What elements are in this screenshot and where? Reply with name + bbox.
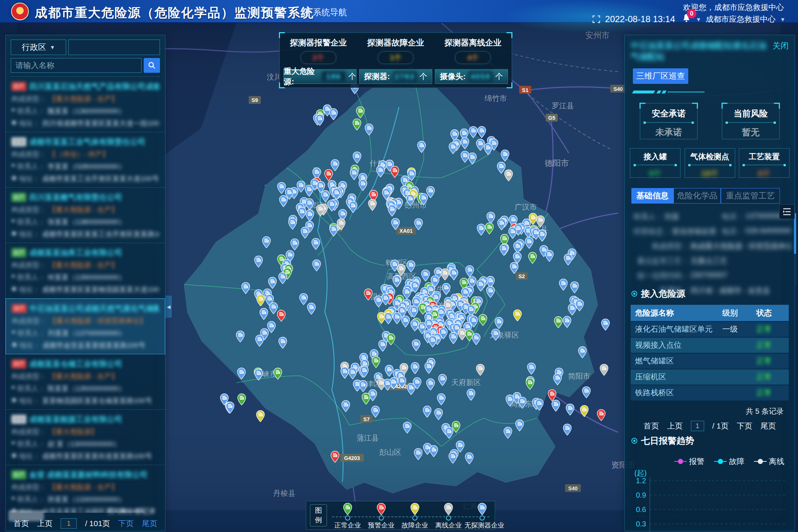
page-prev[interactable]: 上页 [37,518,52,529]
company-address-line: ◉ 地址：成都市金堂县某某镇某某路100号 [12,341,159,350]
info-field: 电话：028-84000000 / 13400000000 [722,226,791,236]
page-next[interactable]: 下页 [118,518,134,529]
table-row[interactable]: 液化石油气储罐区单元一级 正常 [631,322,789,337]
company-info-section: 联系人：刘某电话：13700000000经营状态：营业存续在营电话：028-84… [634,212,791,284]
detail-page-input[interactable] [691,421,704,431]
svg-text:S7: S7 [363,416,370,422]
sidebar-collapse-handle[interactable]: ◀ [166,296,172,318]
trend-radio-icon [631,438,637,444]
svg-text:0.3: 0.3 [636,520,646,528]
plant-3d-tour-button[interactable]: 三维厂区巡查 [633,68,688,84]
stat-alarm-label: 探测器报警企业 [280,37,357,48]
company-card[interactable]: 其他 成都市某某工业气体有限责任公司 构成类型：【（停业）- 停产】 ● 联系人… [6,132,165,188]
map-legend: 图例 正常企业 预警企业 [306,501,495,530]
detail-page-next[interactable]: 下页 [737,421,752,431]
risk-value: 暂无 [722,126,779,138]
location-icon: ◉ [11,229,17,239]
info-scrollbar[interactable] [794,213,796,286]
hazard-count-box: 重大危险源: 186 个 [283,69,357,84]
detector-count-unit: 个 [420,71,427,82]
company-name: 成都某某能源工业有限公司 [29,414,159,424]
panel-collapse-button[interactable] [779,204,795,219]
table-row[interactable]: 燃气储罐区 正常 [631,354,789,369]
legend-pin-icon [343,503,352,515]
svg-text:S2: S2 [518,273,525,279]
company-card[interactable]: 在产 四川某某燃气有限责任公司 构成类型：【重大危险源 - 在产】 ● 联系人：… [6,188,165,243]
hazard-source-table: 危险源名称 级别 状态 液化石油气储罐区单元一级 正常视频接入点位 正常燃气储罐… [631,305,789,400]
tab-key-processes[interactable]: 重点监管工艺 [721,188,780,204]
svg-text:S1: S1 [522,87,529,93]
location-icon: ◉ [11,451,17,461]
company-card[interactable]: 在产 金堂 成都某某新材料科技有限公司 构成类型：【重大危险源 - 在产】 ● … [6,465,165,513]
bell-caret-icon[interactable]: ▼ [696,16,701,23]
company-sidebar: 行政区 ▼ 停产 四川某某石油天然气产品有限公司成都第四储配站 构成类型：【重大… [5,35,166,531]
company-type-line: 构成类型：【重大危险源 - 在产】 [11,260,159,270]
page-first[interactable]: 首页 [13,518,29,529]
page-input[interactable] [61,518,77,529]
status-badge: 在产 [11,193,26,202]
location-icon: ◉ [11,174,17,184]
datetime-text: 2022-08-18 13:14 [605,14,675,24]
location-icon: ◉ [11,285,17,294]
svg-text:简阳市: 简阳市 [568,372,590,380]
legend-item[interactable]: 无探测器企业 [464,501,500,530]
table-row[interactable]: 视频接入点位 正常 [631,338,789,353]
hazard-count-label: 重大危险源: [284,66,319,87]
trend-legend: 报警 故障 离线 [625,456,784,467]
legend-item[interactable]: 正常企业 [330,501,365,530]
org-caret-icon[interactable]: ▼ [780,16,785,23]
col-header-level: 级别 [722,308,756,318]
tab-basic-info[interactable]: 基础信息 [631,188,673,204]
company-card[interactable]: 停产 四川某某石油天然气产品有限公司成都第四储配站 构成类型：【重大危险源 - … [6,77,165,132]
record-count: 共 5 条记录 [625,406,784,416]
district-select[interactable]: 行政区 ▼ [11,40,66,55]
current-risk-card: 当前风险 暂无 [722,103,780,139]
trend-chart: (起) 00.30.60.91.28-128-138-148-158-168-1… [627,467,793,532]
legend-item[interactable]: 故障企业 [397,501,433,530]
status-badge: 停产 [11,82,26,91]
fullscreen-icon[interactable] [592,15,601,24]
company-address-line: ◉ 地址：成都市某某区某某工业开发区某某路100号 [11,229,159,239]
gas-point-label: 气体检测点 [685,151,735,162]
person-icon: ● [12,328,16,338]
detail-page-prev[interactable]: 上页 [667,421,683,431]
detail-page-last[interactable]: 尾页 [760,421,776,431]
close-button[interactable]: 关闭 [773,40,789,51]
company-card[interactable]: 其他 成都某某能源工业有限公司 构成类型：【重大危险源】 ● 联系人：赵 某（1… [6,410,165,465]
company-address-line: ◉ 地址：某某物流园区某某仓储某某路100号 [11,396,159,406]
system-nav-button[interactable]: 系统导航 [301,7,347,18]
detail-page-first[interactable]: 首页 [644,421,659,431]
svg-text:罗江县: 罗江县 [552,102,574,110]
notification-bell[interactable]: 0 [682,13,691,25]
company-card[interactable]: 停产 中石油某某公司成都天然气液化气储配站 构成类型：【重大危险源 - 经营贸易… [6,299,165,354]
company-card[interactable]: 停产 成都某某仓储工业有限公司 构成类型：【重大危险源 - 在产】 ● 联系人：… [6,354,165,410]
search-button[interactable] [144,58,160,73]
company-type-line: 构成类型：【重大危险源 - 在产】 [11,482,159,492]
trend-legend-item[interactable]: 报警 [674,456,705,467]
legend-item-label: 无探测器企业 [464,521,500,530]
trend-legend-item[interactable]: 故障 [714,456,744,467]
company-card[interactable]: 在产 成都某某油库工业有限公司 构成类型：【重大危险源 - 在产】 ● 联系人：… [6,243,165,299]
legend-item[interactable]: 预警企业 [364,501,399,530]
table-row[interactable]: 铁路栈桥区 正常 [631,385,789,400]
sidebar-pagination: 首页 上页 / 101页 下页 尾页 [6,518,165,529]
detail-page-total: / 1页 [712,421,729,431]
svg-text:S40: S40 [568,485,578,491]
tab-hazardous-chemicals[interactable]: 危险化学品 [673,188,721,204]
svg-text:丹棱县: 丹棱县 [273,489,295,497]
search-input[interactable] [11,58,141,73]
page-last[interactable]: 尾页 [142,518,157,529]
app-logo [11,3,29,20]
company-address-line: ◉ 地址：成都市某某工业开发区某某大道100号 [11,174,159,184]
legend-item[interactable]: 离线企业 [431,501,466,530]
info-field: 统一信用代码：230700007 [634,271,791,281]
trend-legend-item[interactable]: 离线 [754,456,784,467]
table-row[interactable]: 压缩机区 正常 [631,369,789,385]
svg-text:S9: S9 [252,97,258,103]
person-icon: ● [11,384,15,393]
company-name: 中石油某某公司成都天然气液化气储配站 [30,303,159,314]
district-value-box[interactable] [68,40,160,55]
tank-label: 接入罐 [630,151,680,162]
detail-panel: 中石油某某公司成都储配站液化石油气储配站 关闭 三维厂区巡查 安全承诺 未承诺 … [624,35,795,531]
welcome-text: 欢迎您，成都市应急救援中心 [683,2,784,13]
